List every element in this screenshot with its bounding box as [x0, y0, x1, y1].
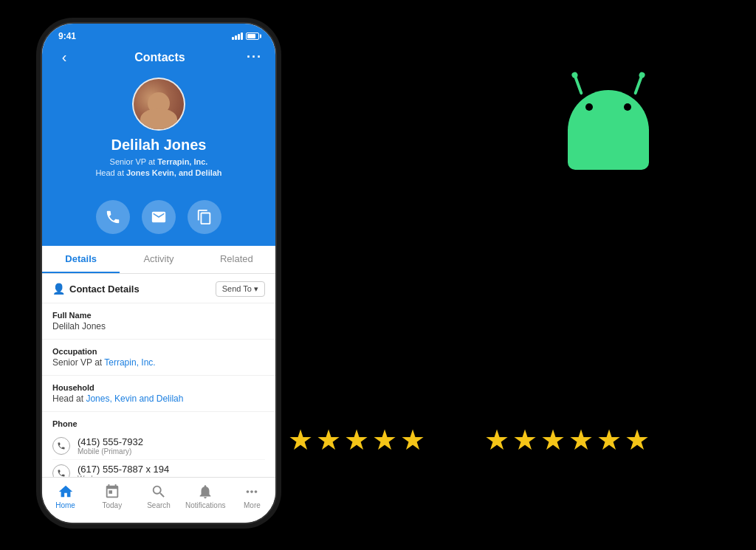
back-button[interactable]: ‹	[55, 49, 73, 66]
household-field: Household Head at Jones, Kevin and Delil…	[42, 376, 275, 412]
nav-search[interactable]: Search	[135, 482, 182, 511]
phone-number-2: (617) 555-7887 x 194	[78, 464, 169, 475]
copy-button[interactable]	[188, 200, 221, 234]
nav-more[interactable]: More	[229, 482, 275, 511]
phone-device: 9:41 ‹ Contacts ···	[41, 22, 277, 524]
phone-number-1: (415) 555-7932	[78, 436, 143, 447]
status-icons	[232, 32, 259, 40]
tab-bar: Details Activity Related	[42, 246, 275, 274]
phone-call-icon-2	[57, 469, 66, 477]
star-2-6: ★	[625, 426, 650, 454]
robot-head	[568, 90, 649, 131]
more-icon	[244, 484, 260, 500]
today-icon	[104, 484, 120, 500]
nav-more-label: More	[244, 501, 261, 509]
phone-info-1: (415) 555-7932 Mobile (Primary)	[78, 436, 143, 456]
search-icon	[151, 484, 167, 500]
section-title: Contact Details	[69, 283, 140, 295]
occupation-field: Occupation Senior VP at Terrapin, Inc.	[42, 340, 275, 376]
nav-home[interactable]: Home	[42, 482, 89, 511]
phone-info-2: (617) 555-7887 x 194 Work	[78, 464, 169, 477]
home-icon	[58, 484, 74, 500]
star-1-3: ★	[344, 426, 369, 454]
bottom-nav: Home Today Search Notifications	[42, 477, 275, 523]
phone-label: Phone	[52, 419, 265, 428]
star-2-3: ★	[540, 426, 566, 454]
star-1-1: ★	[288, 426, 313, 454]
status-bar: 9:41	[42, 24, 275, 44]
avatar-image	[134, 79, 184, 129]
tab-details[interactable]: Details	[42, 246, 120, 273]
tab-related[interactable]: Related	[198, 246, 275, 273]
antenna-ball-right	[638, 72, 645, 79]
star-1-4: ★	[372, 426, 397, 454]
occupation-company-link[interactable]: Terrapin, Inc.	[104, 357, 155, 368]
robot-eye-right	[624, 103, 631, 111]
section-header: 👤 Contact Details Send To ▾	[42, 274, 275, 303]
contact-subtitle: Senior VP at Terrapin, Inc. Head at Jone…	[95, 157, 221, 179]
full-name-value: Delilah Jones	[52, 321, 265, 331]
full-name-label: Full Name	[52, 311, 265, 320]
occupation-label: Occupation	[52, 347, 265, 356]
more-button[interactable]: ···	[247, 49, 262, 65]
star-1-2: ★	[316, 426, 341, 454]
phone-section: Phone (415) 555-7932 Mobile (Primary)	[42, 412, 275, 477]
avatar	[132, 78, 185, 131]
robot-eye-left	[585, 103, 593, 111]
phone-call-icon	[57, 441, 66, 450]
nav-bar: ‹ Contacts ···	[42, 44, 275, 72]
subtitle-company-1: Terrapin, Inc.	[157, 157, 207, 166]
occupation-value: Senior VP at Terrapin, Inc.	[52, 357, 265, 368]
bell-icon	[197, 484, 213, 500]
nav-notifications-label: Notifications	[185, 501, 225, 509]
household-prefix: Head at	[52, 393, 86, 404]
phone-screen: 9:41 ‹ Contacts ···	[41, 22, 277, 524]
tab-activity[interactable]: Activity	[120, 246, 197, 273]
contact-details-icon: 👤	[52, 283, 65, 295]
android-robot	[549, 74, 667, 170]
content-area[interactable]: 👤 Contact Details Send To ▾ Full Name De…	[42, 274, 275, 477]
nav-notifications[interactable]: Notifications	[182, 482, 229, 511]
contact-name: Delilah Jones	[111, 137, 207, 154]
nav-today-label: Today	[102, 501, 122, 509]
phone-entry-1[interactable]: (415) 555-7932 Mobile (Primary)	[52, 433, 265, 460]
star-group-2: ★ ★ ★ ★ ★ ★	[484, 426, 650, 454]
star-2-2: ★	[512, 426, 537, 454]
phone-icon-1	[52, 437, 70, 455]
phone-icon-2	[52, 464, 70, 477]
phone-icon	[105, 209, 121, 225]
subtitle-prefix-2: Head at	[95, 168, 126, 177]
star-group-1: ★ ★ ★ ★ ★	[288, 426, 425, 454]
full-name-field: Full Name Delilah Jones	[42, 303, 275, 340]
nav-today[interactable]: Today	[89, 482, 135, 511]
email-icon	[151, 209, 167, 225]
send-to-button[interactable]: Send To ▾	[216, 281, 265, 297]
battery-icon	[246, 32, 259, 40]
stars-area: ★ ★ ★ ★ ★ ★ ★ ★ ★ ★ ★	[288, 426, 650, 454]
star-1-5: ★	[400, 426, 425, 454]
nav-search-label: Search	[147, 501, 171, 509]
antenna-ball-left	[571, 72, 578, 79]
antenna-left	[574, 75, 583, 95]
profile-header: Delilah Jones Senior VP at Terrapin, Inc…	[42, 72, 275, 191]
household-link[interactable]: Jones, Kevin and Delilah	[86, 393, 183, 404]
android-robot-area	[549, 74, 667, 170]
robot-body	[568, 129, 649, 170]
star-2-1: ★	[484, 426, 509, 454]
phone-entry-2[interactable]: (617) 555-7887 x 194 Work	[52, 460, 265, 477]
household-value: Head at Jones, Kevin and Delilah	[52, 393, 265, 404]
household-label: Household	[52, 383, 265, 392]
signal-icon	[232, 32, 243, 40]
copy-icon	[196, 209, 213, 225]
action-buttons	[42, 191, 275, 246]
antenna-right	[633, 75, 643, 95]
nav-title: Contacts	[134, 51, 185, 64]
email-button[interactable]	[142, 200, 176, 234]
phone-type-1: Mobile (Primary)	[78, 447, 143, 456]
nav-home-label: Home	[55, 501, 75, 509]
subtitle-company-2: Jones Kevin, and Delilah	[126, 168, 222, 177]
occupation-prefix: Senior VP at	[52, 357, 104, 368]
call-button[interactable]	[96, 200, 130, 234]
star-2-5: ★	[597, 426, 622, 454]
section-title-wrap: 👤 Contact Details	[52, 283, 140, 295]
